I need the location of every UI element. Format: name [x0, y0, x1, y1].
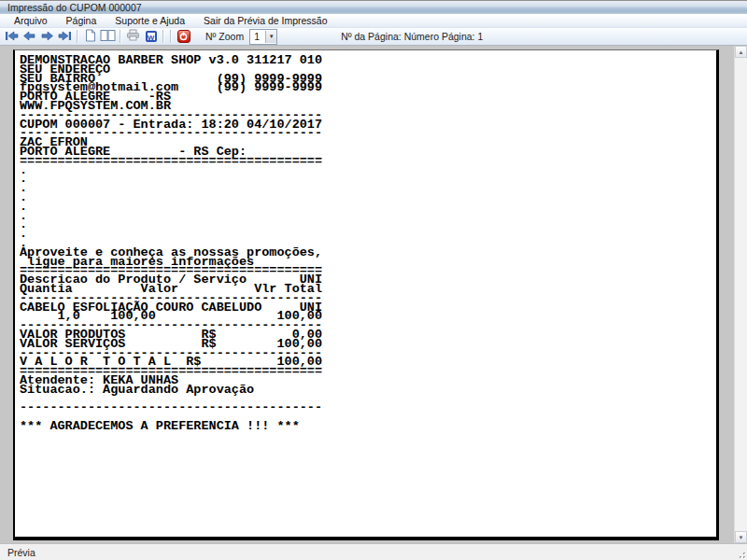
toolbar: W Nº Zoom 1 ▼ Nº da Página: Número Págin… [0, 28, 747, 46]
facing-pages-view-button[interactable] [100, 30, 116, 44]
close-preview-button[interactable] [176, 30, 191, 44]
toolbar-separator [77, 30, 78, 43]
app-window: Impressão do CUPOM 000007 Arquivo Página… [0, 0, 747, 560]
page-number-label: Nº da Página: Número Página: 1 [341, 31, 483, 42]
toolbar-separator [170, 30, 172, 43]
next-page-icon [40, 30, 54, 44]
status-bar: Prévia [0, 543, 747, 560]
window-title: Impressão do CUPOM 000007 [7, 2, 142, 13]
zoom-select[interactable]: 1 ▼ [249, 29, 277, 45]
facing-pages-icon [100, 29, 116, 45]
single-page-view-button[interactable] [82, 30, 98, 44]
scroll-up-icon[interactable]: ▲ [735, 46, 747, 58]
zoom-label: Nº Zoom [205, 31, 244, 42]
printer-icon [126, 29, 140, 44]
zoom-value: 1 [250, 31, 265, 42]
word-export-icon: W [146, 31, 157, 42]
receipt-page: DEMONSTRACAO BARBER SHOP v3.0 311217 010… [13, 49, 719, 540]
menu-item-suporte-e-ajuda[interactable]: Suporte e Ajuda [106, 15, 194, 26]
next-page-button[interactable] [39, 30, 55, 44]
toolbar-separator [120, 30, 121, 43]
toolbar-separator [162, 30, 164, 43]
previous-page-button[interactable] [21, 30, 37, 44]
status-text: Prévia [7, 547, 35, 558]
menu-item-sair-da-previa[interactable]: Sair da Prévia de Impressão [194, 15, 336, 26]
last-page-button[interactable] [57, 30, 73, 44]
scroll-down-icon[interactable]: ▼ [735, 531, 747, 543]
single-page-icon [85, 29, 96, 45]
export-word-button[interactable]: W [143, 30, 159, 44]
first-page-icon [5, 30, 19, 44]
last-page-icon [58, 30, 72, 44]
print-button[interactable] [125, 30, 141, 44]
menu-bar: Arquivo Página Suporte e Ajuda Sair da P… [0, 14, 747, 28]
receipt-text: DEMONSTRACAO BARBER SHOP v3.0 311217 010… [15, 50, 716, 431]
previous-page-icon [22, 30, 36, 44]
chevron-down-icon[interactable]: ▼ [265, 31, 276, 43]
first-page-button[interactable] [4, 30, 20, 44]
title-bar: Impressão do CUPOM 000007 [0, 1, 747, 14]
menu-item-pagina[interactable]: Página [57, 15, 106, 26]
vertical-scrollbar[interactable]: ▲ ▼ [734, 46, 747, 543]
preview-area: DEMONSTRACAO BARBER SHOP v3.0 311217 010… [0, 46, 747, 543]
menu-item-arquivo[interactable]: Arquivo [0, 15, 57, 26]
resize-grip-icon[interactable] [736, 549, 747, 560]
close-preview-icon [177, 30, 190, 43]
